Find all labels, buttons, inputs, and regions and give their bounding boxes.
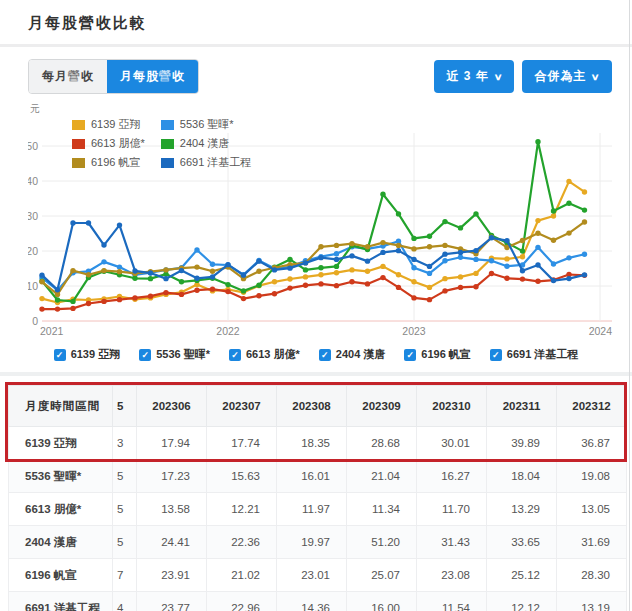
data-point	[349, 241, 354, 246]
row-month-value: 11.54	[417, 592, 487, 611]
checkbox-checked-icon[interactable]: ✓	[54, 349, 66, 361]
row-month-value: 23.91	[137, 559, 207, 592]
data-point	[55, 287, 60, 292]
revenue-table: 月度時間區間 5 2023062023072023082023092023102…	[8, 385, 627, 611]
row-month-value: 22.96	[207, 592, 277, 611]
data-point	[411, 295, 416, 300]
data-point	[396, 272, 401, 277]
data-point	[303, 267, 308, 272]
toolbar: 每月營收 月每股營收 近 3 年 ∨ 合併為主 ∨	[0, 47, 632, 94]
data-point	[303, 283, 308, 288]
data-point	[272, 291, 277, 296]
data-point	[551, 261, 556, 266]
data-point	[458, 274, 463, 279]
data-point	[411, 279, 416, 284]
toolbar-right: 近 3 年 ∨ 合併為主 ∨	[434, 60, 612, 93]
data-point	[427, 264, 432, 269]
series-checkbox-item[interactable]: ✓6139 亞翔	[54, 347, 121, 362]
tab-monthly-eps-revenue[interactable]: 月每股營收	[107, 60, 198, 93]
data-point	[442, 276, 447, 281]
row-month-value: 12.21	[207, 493, 277, 526]
data-point	[70, 220, 75, 225]
row-month-value: 25.07	[347, 559, 417, 592]
series-checkbox-item[interactable]: ✓6196 帆宣	[404, 347, 471, 362]
row-month-value: 15.63	[207, 460, 277, 493]
chart-wrap: 010203040502021202220232024 6139 亞翔5536 …	[28, 113, 614, 343]
data-point	[303, 274, 308, 279]
checkbox-checked-icon[interactable]: ✓	[490, 349, 502, 361]
legend-item: 5536 聖暉*	[161, 117, 252, 132]
data-point	[132, 295, 137, 300]
data-point	[39, 279, 44, 284]
series-checkbox-label: 6613 朋億*	[246, 347, 300, 362]
y-axis-tick-label: 50	[28, 140, 38, 152]
series-checkbox-item[interactable]: ✓6691 洋基工程	[490, 347, 579, 362]
data-point	[504, 238, 509, 243]
series-checkbox-item[interactable]: ✓5536 聖暉*	[139, 347, 210, 362]
data-point	[365, 269, 370, 274]
data-point	[194, 264, 199, 269]
row-month-value: 36.87	[557, 427, 627, 460]
data-point	[566, 230, 571, 235]
series-checkbox-item[interactable]: ✓6613 朋億*	[229, 347, 300, 362]
series-checkbox-item[interactable]: ✓2404 漢唐	[319, 347, 386, 362]
data-point	[442, 243, 447, 248]
data-point	[489, 235, 494, 240]
data-point	[411, 236, 416, 241]
data-point	[396, 248, 401, 253]
row-month-value: 33.65	[487, 526, 557, 559]
column-header-time-range: 月度時間區間	[9, 386, 113, 427]
data-point	[163, 267, 168, 272]
y-axis-tick-label: 40	[28, 175, 38, 187]
row-month-value: 31.69	[557, 526, 627, 559]
row-truncated-value: 5	[113, 493, 137, 526]
data-point	[210, 262, 215, 267]
table-row: 6196 帆宣723.9121.0223.0125.0723.0825.1228…	[9, 559, 627, 592]
row-truncated-value: 5	[113, 460, 137, 493]
data-point	[442, 251, 447, 256]
data-point	[551, 278, 556, 283]
data-point	[39, 272, 44, 277]
view-tabs: 每月營收 月每股營收	[28, 59, 199, 94]
table-header-row: 月度時間區間 5 2023062023072023082023092023102…	[9, 386, 627, 427]
series-toggle-row: ✓6139 亞翔✓5536 聖暉*✓6613 朋億*✓2404 漢唐✓6196 …	[0, 347, 632, 362]
checkbox-checked-icon[interactable]: ✓	[139, 349, 151, 361]
period-dropdown-button[interactable]: 近 3 年 ∨	[434, 60, 514, 93]
data-point	[380, 250, 385, 255]
statement-type-dropdown-button[interactable]: 合併為主 ∨	[522, 60, 612, 93]
table-row: 6691 洋基工程423.7722.9614.3616.0011.5412.12…	[9, 592, 627, 611]
data-point	[194, 288, 199, 293]
row-month-value: 12.12	[487, 592, 557, 611]
row-month-value: 28.30	[557, 559, 627, 592]
data-point	[225, 282, 230, 287]
series-checkbox-label: 6196 帆宣	[421, 347, 471, 362]
data-point	[535, 139, 540, 144]
data-point	[334, 251, 339, 256]
data-point	[473, 211, 478, 216]
data-point	[210, 286, 215, 291]
row-company-name: 6691 洋基工程	[9, 592, 113, 611]
data-point	[458, 255, 463, 260]
row-month-value: 16.00	[347, 592, 417, 611]
data-point	[241, 288, 246, 293]
chevron-down-icon: ∨	[493, 72, 504, 82]
data-point	[489, 271, 494, 276]
column-header-month: 202308	[277, 386, 347, 427]
series-checkbox-label: 6691 洋基工程	[507, 347, 579, 362]
data-point	[396, 243, 401, 248]
column-header-month: 202309	[347, 386, 417, 427]
data-point	[473, 257, 478, 262]
checkbox-checked-icon[interactable]: ✓	[229, 349, 241, 361]
data-point	[535, 218, 540, 223]
data-point	[349, 279, 354, 284]
checkbox-checked-icon[interactable]: ✓	[319, 349, 331, 361]
data-point	[582, 272, 587, 277]
data-point	[287, 265, 292, 270]
data-point	[318, 281, 323, 286]
data-point	[489, 258, 494, 263]
tab-monthly-revenue[interactable]: 每月營收	[29, 60, 107, 93]
legend-label: 6613 朋億*	[91, 136, 145, 151]
data-point	[194, 276, 199, 281]
checkbox-checked-icon[interactable]: ✓	[404, 349, 416, 361]
row-company-name: 6613 朋億*	[9, 493, 113, 526]
